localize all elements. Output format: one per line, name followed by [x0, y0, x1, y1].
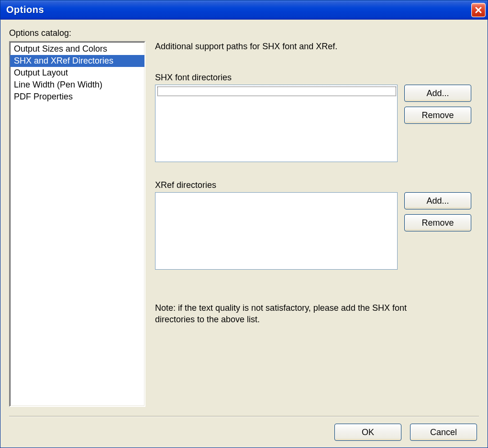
catalog-item-output-layout[interactable]: Output Layout — [10, 67, 144, 79]
window-title: Options — [6, 4, 44, 15]
catalog-item-shx-xref[interactable]: SHX and XRef Directories — [10, 55, 144, 67]
cancel-button[interactable]: Cancel — [410, 424, 477, 441]
options-catalog-list[interactable]: Output Sizes and Colors SHX and XRef Dir… — [9, 41, 145, 407]
close-icon — [475, 6, 482, 14]
options-dialog: Options Options catalog: Output Sizes an… — [0, 0, 488, 448]
shx-section-label: SHX font directories — [155, 73, 479, 83]
catalog-item-output-sizes[interactable]: Output Sizes and Colors — [10, 43, 144, 55]
catalog-label: Options catalog: — [9, 28, 479, 38]
description-text: Additional support paths for SHX font an… — [155, 42, 479, 52]
footer-separator — [9, 416, 479, 417]
close-button[interactable] — [471, 3, 486, 17]
shx-remove-button[interactable]: Remove — [404, 107, 471, 124]
footer-row: OK Cancel — [9, 424, 479, 441]
xref-remove-button[interactable]: Remove — [404, 214, 471, 231]
main-row: Output Sizes and Colors SHX and XRef Dir… — [9, 41, 479, 413]
shx-row: Add... Remove — [155, 85, 479, 162]
shx-add-button[interactable]: Add... — [404, 85, 471, 102]
client-area: Options catalog: Output Sizes and Colors… — [0, 20, 488, 448]
ok-button[interactable]: OK — [334, 424, 401, 441]
shx-directories-listbox[interactable] — [155, 85, 398, 162]
xref-section-label: XRef directories — [155, 180, 479, 190]
catalog-item-line-width[interactable]: Line Width (Pen Width) — [10, 79, 144, 91]
note-text: Note: if the text quality is not satisfa… — [155, 302, 442, 326]
xref-add-button[interactable]: Add... — [404, 192, 471, 209]
content-panel: Additional support paths for SHX font an… — [155, 41, 479, 413]
catalog-item-pdf-properties[interactable]: PDF Properties — [10, 91, 144, 103]
xref-row: Add... Remove — [155, 192, 479, 270]
title-bar: Options — [0, 0, 488, 20]
shx-button-stack: Add... Remove — [404, 85, 471, 162]
xref-directories-listbox[interactable] — [155, 192, 398, 270]
xref-button-stack: Add... Remove — [404, 192, 471, 270]
